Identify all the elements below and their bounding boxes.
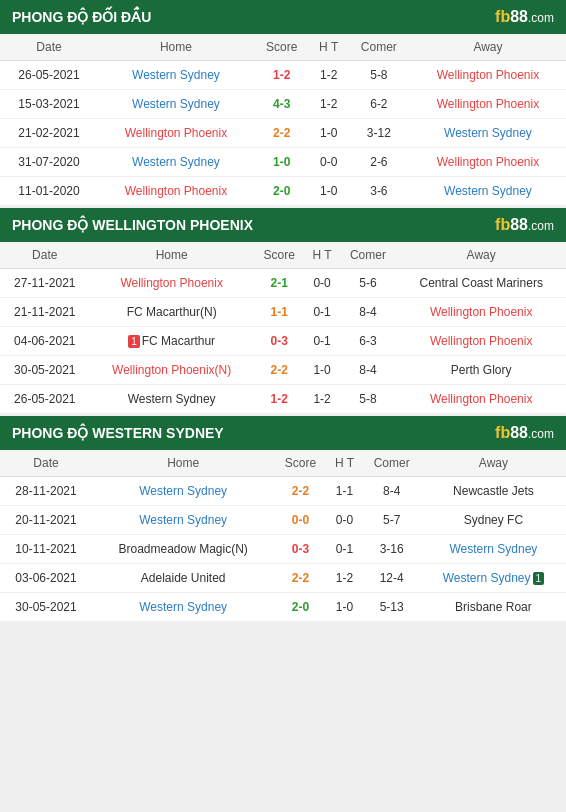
table-row: 11-01-2020Wellington Phoenix2-01-03-6Wes… [0,177,566,206]
cell-ht: 1-2 [310,90,348,119]
table-row: 30-05-2021Western Sydney2-01-05-13Brisba… [0,593,566,622]
cell-score: 1-2 [254,61,310,90]
cell-date: 10-11-2021 [0,535,92,564]
section-header-western-sydney: PHONG ĐỘ WESTERN SYDNEY fb88.com [0,416,566,450]
table-row: 31-07-2020Western Sydney1-00-02-6Welling… [0,148,566,177]
cell-away: Sydney FC [421,506,566,535]
table-row: 03-06-2021Adelaide United2-21-212-4Weste… [0,564,566,593]
col-header-h-t: H T [305,242,340,269]
table-header-row: DateHomeScoreH TComerAway [0,242,566,269]
cell-away: Wellington Phoenix [410,61,566,90]
col-header-home: Home [90,242,254,269]
cell-corner: 2-6 [348,148,410,177]
col-header-away: Away [421,450,566,477]
cell-date: 20-11-2021 [0,506,92,535]
cell-score: 2-2 [274,477,326,506]
cell-away: Newcastle Jets [421,477,566,506]
cell-home: Western Sydney [92,593,274,622]
col-header-date: Date [0,242,90,269]
table-container-head-to-head: DateHomeScoreH TComerAway26-05-2021Weste… [0,34,566,206]
cell-corner: 3-6 [348,177,410,206]
col-header-score: Score [254,242,305,269]
cell-home: FC Macarthur(N) [90,298,254,327]
cell-date: 11-01-2020 [0,177,98,206]
cell-home: Western Sydney [98,61,254,90]
section-header-wellington: PHONG ĐỘ WELLINGTON PHOENIX fb88.com [0,208,566,242]
cell-away: Western Sydney [421,535,566,564]
cell-date: 26-05-2021 [0,385,90,414]
brand-logo: fb88.com [495,8,554,26]
table-row: 21-02-2021Wellington Phoenix2-21-03-12We… [0,119,566,148]
cell-home: Western Sydney [98,148,254,177]
cell-home: Western Sydney [98,90,254,119]
table-row: 15-03-2021Western Sydney4-31-26-2Welling… [0,90,566,119]
cell-ht: 1-0 [310,119,348,148]
cell-away: Brisbane Roar [421,593,566,622]
col-header-corner: Comer [340,242,397,269]
col-header-corner: Comer [348,34,410,61]
cell-ht: 1-2 [327,564,363,593]
cell-ht: 1-2 [305,385,340,414]
cell-home: Western Sydney [92,477,274,506]
cell-away: Central Coast Mariners [396,269,566,298]
col-header-away: Away [396,242,566,269]
cell-score: 2-0 [254,177,310,206]
cell-date: 28-11-2021 [0,477,92,506]
cell-corner: 5-8 [348,61,410,90]
cell-corner: 8-4 [340,356,397,385]
cell-score: 0-0 [274,506,326,535]
cell-away: Wellington Phoenix [396,327,566,356]
cell-away: Western Sydney [410,177,566,206]
cell-away: Western Sydney [410,119,566,148]
data-table-western-sydney: DateHomeScoreH TComerAway28-11-2021Weste… [0,450,566,622]
cell-home: Western Sydney [92,506,274,535]
table-row: 26-05-2021Western Sydney1-21-25-8Welling… [0,61,566,90]
section-title: PHONG ĐỘ WESTERN SYDNEY [12,425,224,441]
cell-date: 30-05-2021 [0,356,90,385]
cell-score: 4-3 [254,90,310,119]
cell-corner: 8-4 [340,298,397,327]
cell-score: 0-3 [254,327,305,356]
badge-red: 1 [128,335,140,348]
cell-corner: 6-3 [340,327,397,356]
cell-ht: 1-0 [327,593,363,622]
col-header-h-t: H T [310,34,348,61]
table-row: 26-05-2021Western Sydney1-21-25-8Welling… [0,385,566,414]
cell-away: Perth Glory [396,356,566,385]
cell-home: Adelaide United [92,564,274,593]
col-header-score: Score [254,34,310,61]
table-header-row: DateHomeScoreH TComerAway [0,450,566,477]
col-header-score: Score [274,450,326,477]
table-row: 20-11-2021Western Sydney0-00-05-7Sydney … [0,506,566,535]
cell-corner: 3-12 [348,119,410,148]
cell-score: 1-1 [254,298,305,327]
cell-away: Wellington Phoenix [410,90,566,119]
cell-ht: 1-1 [327,477,363,506]
cell-score: 2-2 [254,356,305,385]
table-row: 27-11-2021Wellington Phoenix2-10-05-6Cen… [0,269,566,298]
table-row: 28-11-2021Western Sydney2-21-18-4Newcast… [0,477,566,506]
col-header-corner: Comer [362,450,420,477]
section-head-to-head: PHONG ĐỘ ĐỐI ĐẦU fb88.com DateHomeScoreH… [0,0,566,206]
data-table-head-to-head: DateHomeScoreH TComerAway26-05-2021Weste… [0,34,566,206]
cell-home: 1FC Macarthur [90,327,254,356]
cell-date: 27-11-2021 [0,269,90,298]
cell-score: 2-2 [254,119,310,148]
table-row: 30-05-2021Wellington Phoenix(N)2-21-08-4… [0,356,566,385]
cell-score: 0-3 [274,535,326,564]
cell-ht: 1-2 [310,61,348,90]
cell-date: 21-11-2021 [0,298,90,327]
cell-away: Wellington Phoenix [396,385,566,414]
cell-home: Broadmeadow Magic(N) [92,535,274,564]
cell-ht: 0-0 [310,148,348,177]
table-header-row: DateHomeScoreH TComerAway [0,34,566,61]
cell-corner: 6-2 [348,90,410,119]
cell-score: 1-2 [254,385,305,414]
cell-corner: 8-4 [362,477,420,506]
cell-corner: 5-8 [340,385,397,414]
cell-home: Wellington Phoenix [98,177,254,206]
cell-ht: 1-0 [310,177,348,206]
cell-ht: 0-1 [305,298,340,327]
section-header-head-to-head: PHONG ĐỘ ĐỐI ĐẦU fb88.com [0,0,566,34]
cell-home: Wellington Phoenix [90,269,254,298]
